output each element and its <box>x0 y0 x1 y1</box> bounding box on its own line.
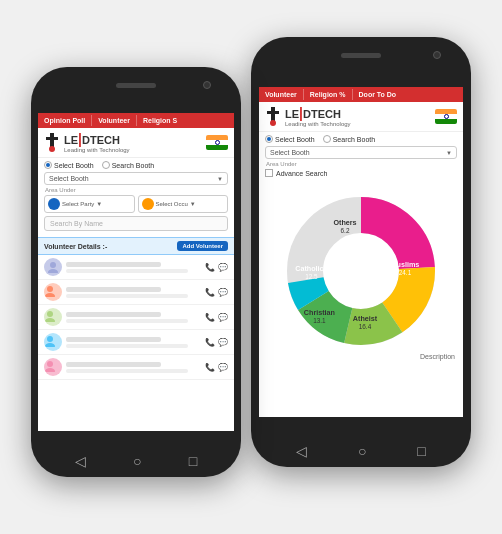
radio-search-booth-back[interactable]: Search Booth <box>323 135 375 143</box>
msg-icon-1[interactable]: 💬 <box>218 263 228 272</box>
screen-back: Volunteer Religion % Door To Do LE|DTECH… <box>259 87 463 417</box>
add-volunteer-button[interactable]: Add Volunteer <box>177 241 228 251</box>
party-select-front[interactable]: Select Party <box>44 195 135 213</box>
home-nav-btn-front[interactable]: ○ <box>133 453 141 469</box>
logo-text-front: LE|DTECH <box>64 132 130 147</box>
vol-avatar-3 <box>44 308 62 326</box>
header-tabs-back: Volunteer Religion % Door To Do <box>259 87 463 102</box>
vol-avatar-2 <box>44 283 62 301</box>
svg-text:Others: Others <box>333 218 356 227</box>
occu-icon-front <box>142 198 154 210</box>
vol-detail-2 <box>66 294 188 298</box>
volunteer-title: Volunteer Details :- <box>44 243 107 250</box>
volunteer-row: 📞 💬 <box>38 305 234 330</box>
radio-select-booth-back[interactable]: Select Booth <box>265 135 315 143</box>
msg-icon-2[interactable]: 💬 <box>218 288 228 297</box>
logo-icon-front <box>44 133 60 153</box>
vol-name-2 <box>66 287 161 292</box>
donut-container: Muslims 24.1 Atheist 16.4 Christian 13.1… <box>259 183 463 368</box>
call-icon-2[interactable]: 📞 <box>205 288 215 297</box>
camera-back <box>433 51 441 59</box>
back-nav-btn-back[interactable]: ◁ <box>296 443 307 459</box>
svg-point-22 <box>49 146 55 152</box>
nav-bar-front: ◁ ○ □ <box>31 453 241 469</box>
area-under-front: Area Under <box>44 187 228 193</box>
svg-point-23 <box>50 200 58 208</box>
radio-dot-select-back <box>265 135 273 143</box>
recent-nav-btn-back[interactable]: □ <box>417 443 425 459</box>
svg-point-26 <box>48 269 58 273</box>
chevron-icon-back <box>446 149 452 156</box>
tab-doortodo-back[interactable]: Door To Do <box>353 89 403 100</box>
msg-icon-3[interactable]: 💬 <box>218 313 228 322</box>
donut-chart: Muslims 24.1 Atheist 16.4 Christian 13.1… <box>281 191 441 351</box>
screen-front: Opinion Poll Volunteer Religion S LE|DTE… <box>38 113 234 431</box>
vol-name-5 <box>66 362 161 367</box>
vol-icons-4: 📞 💬 <box>205 338 228 347</box>
nav-bar-back: ◁ ○ □ <box>251 443 471 459</box>
advance-search-checkbox-back[interactable] <box>265 169 273 177</box>
svg-point-9 <box>325 235 397 307</box>
volunteer-list-front: 📞 💬 📞 💬 <box>38 255 234 380</box>
svg-point-2 <box>270 120 276 126</box>
vol-name-4 <box>66 337 161 342</box>
call-icon-5[interactable]: 📞 <box>205 363 215 372</box>
advance-search-row-back: Advance Search <box>265 169 457 177</box>
occu-select-front[interactable]: Select Occu <box>138 195 229 213</box>
select-booth-front[interactable]: Select Booth <box>44 172 228 185</box>
speaker-front <box>116 83 156 88</box>
vol-avatar-4 <box>44 333 62 351</box>
svg-rect-1 <box>267 111 279 114</box>
tab-religion-front[interactable]: Religion S <box>137 115 183 126</box>
tab-volunteer-back[interactable]: Volunteer <box>259 89 304 100</box>
tab-opinion-front[interactable]: Opinion Poll <box>38 115 92 126</box>
volunteer-row: 📞 💬 <box>38 355 234 380</box>
search-name-field-front[interactable]: Search By Name <box>44 216 228 231</box>
vol-detail-4 <box>66 344 188 348</box>
radio-search-booth-front[interactable]: Search Booth <box>102 161 154 169</box>
chevron-party <box>96 201 102 207</box>
svg-point-32 <box>45 343 55 347</box>
tab-volunteer-front[interactable]: Volunteer <box>92 115 137 126</box>
vol-icons-3: 📞 💬 <box>205 313 228 322</box>
camera-front <box>203 81 211 89</box>
advance-search-label-back: Advance Search <box>276 170 327 177</box>
logo-icon-back <box>265 107 281 127</box>
tab-religion-back[interactable]: Religion % <box>304 89 353 100</box>
home-nav-btn-back[interactable]: ○ <box>358 443 366 459</box>
msg-icon-5[interactable]: 💬 <box>218 363 228 372</box>
svg-text:12.5: 12.5 <box>305 273 318 280</box>
svg-point-25 <box>50 262 56 268</box>
call-icon-1[interactable]: 📞 <box>205 263 215 272</box>
back-nav-btn-front[interactable]: ◁ <box>75 453 86 469</box>
svg-point-30 <box>45 318 55 322</box>
svg-rect-21 <box>46 137 58 140</box>
vol-info-2 <box>66 287 201 298</box>
msg-icon-4[interactable]: 💬 <box>218 338 228 347</box>
chevron-occu <box>190 201 196 207</box>
svg-text:6.2: 6.2 <box>341 227 350 234</box>
volunteer-row: 📞 💬 <box>38 280 234 305</box>
vol-name-3 <box>66 312 161 317</box>
vol-icons-5: 📞 💬 <box>205 363 228 372</box>
svg-point-28 <box>45 293 55 297</box>
svg-point-24 <box>144 200 152 208</box>
volunteer-row: 📞 💬 <box>38 255 234 280</box>
radio-select-booth-front[interactable]: Select Booth <box>44 161 94 169</box>
call-icon-3[interactable]: 📞 <box>205 313 215 322</box>
select-booth-back[interactable]: Select Booth <box>265 146 457 159</box>
svg-point-27 <box>47 286 53 292</box>
svg-text:Muslims: Muslims <box>391 260 420 269</box>
logo-subtitle-front: Leading with Technology <box>64 147 130 153</box>
party-row-front: Select Party Select Occu <box>44 195 228 213</box>
logo-area-front: LE|DTECH Leading with Technology <box>38 128 234 158</box>
svg-text:Atheist: Atheist <box>353 314 378 323</box>
india-flag-front <box>206 135 228 150</box>
vol-info-3 <box>66 312 201 323</box>
recent-nav-btn-front[interactable]: □ <box>189 453 197 469</box>
svg-point-29 <box>47 311 53 317</box>
svg-text:16.4: 16.4 <box>359 323 372 330</box>
vol-icons-1: 📞 💬 <box>205 263 228 272</box>
call-icon-4[interactable]: 📞 <box>205 338 215 347</box>
form-back: Select Booth Search Booth Select Booth A… <box>259 132 463 183</box>
